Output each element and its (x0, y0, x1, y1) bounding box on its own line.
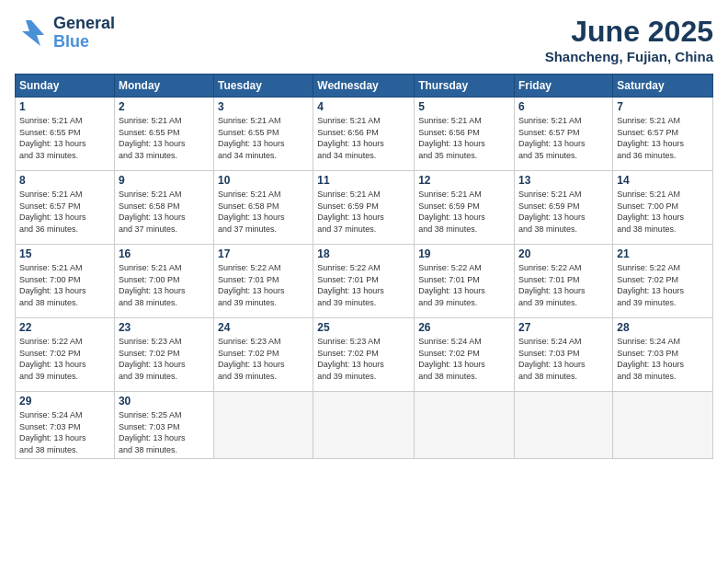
day-number: 26 (418, 321, 510, 334)
table-cell: 29Sunrise: 5:24 AMSunset: 7:03 PMDayligh… (16, 392, 115, 459)
day-number: 13 (518, 174, 609, 187)
table-cell: 23Sunrise: 5:23 AMSunset: 7:02 PMDayligh… (114, 318, 213, 392)
table-cell (415, 392, 515, 459)
table-cell: 9Sunrise: 5:21 AMSunset: 6:58 PMDaylight… (114, 171, 213, 245)
day-info: Sunrise: 5:21 AMSunset: 6:58 PMDaylight:… (119, 189, 210, 235)
day-number: 25 (317, 321, 410, 334)
day-number: 14 (617, 174, 709, 187)
header-friday: Friday (515, 75, 613, 98)
day-info: Sunrise: 5:24 AMSunset: 7:03 PMDaylight:… (19, 409, 110, 455)
day-number: 21 (617, 247, 709, 260)
day-info: Sunrise: 5:21 AMSunset: 6:57 PMDaylight:… (19, 189, 110, 235)
page: General Blue June 2025 Shancheng, Fujian… (0, 0, 728, 563)
table-cell: 11Sunrise: 5:21 AMSunset: 6:59 PMDayligh… (313, 171, 415, 245)
day-info: Sunrise: 5:21 AMSunset: 7:00 PMDaylight:… (19, 262, 110, 308)
calendar-row: 1Sunrise: 5:21 AMSunset: 6:55 PMDaylight… (16, 98, 713, 171)
header-saturday: Saturday (613, 75, 713, 98)
header-thursday: Thursday (415, 75, 515, 98)
day-info: Sunrise: 5:22 AMSunset: 7:01 PMDaylight:… (418, 262, 510, 308)
table-cell: 2Sunrise: 5:21 AMSunset: 6:55 PMDaylight… (114, 98, 213, 171)
table-cell (214, 392, 313, 459)
day-number: 28 (617, 321, 709, 334)
day-info: Sunrise: 5:22 AMSunset: 7:01 PMDaylight:… (218, 262, 309, 308)
day-number: 8 (19, 174, 110, 187)
day-info: Sunrise: 5:21 AMSunset: 7:00 PMDaylight:… (617, 189, 709, 235)
day-info: Sunrise: 5:22 AMSunset: 7:02 PMDaylight:… (617, 262, 709, 308)
day-info: Sunrise: 5:21 AMSunset: 6:58 PMDaylight:… (218, 189, 309, 235)
day-info: Sunrise: 5:21 AMSunset: 6:57 PMDaylight:… (617, 115, 709, 161)
day-info: Sunrise: 5:21 AMSunset: 7:00 PMDaylight:… (119, 262, 210, 308)
day-number: 3 (218, 100, 309, 113)
day-info: Sunrise: 5:22 AMSunset: 7:02 PMDaylight:… (19, 336, 110, 382)
day-number: 17 (218, 247, 309, 260)
day-number: 19 (418, 247, 510, 260)
day-number: 30 (119, 395, 210, 408)
table-cell: 28Sunrise: 5:24 AMSunset: 7:03 PMDayligh… (613, 318, 713, 392)
day-info: Sunrise: 5:21 AMSunset: 6:57 PMDaylight:… (518, 115, 609, 161)
day-info: Sunrise: 5:23 AMSunset: 7:02 PMDaylight:… (218, 336, 309, 382)
table-cell: 21Sunrise: 5:22 AMSunset: 7:02 PMDayligh… (613, 245, 713, 318)
header-sunday: Sunday (16, 75, 115, 98)
table-cell: 19Sunrise: 5:22 AMSunset: 7:01 PMDayligh… (415, 245, 515, 318)
day-info: Sunrise: 5:22 AMSunset: 7:01 PMDaylight:… (518, 262, 609, 308)
calendar-header-row: Sunday Monday Tuesday Wednesday Thursday… (16, 75, 713, 98)
table-cell: 17Sunrise: 5:22 AMSunset: 7:01 PMDayligh… (214, 245, 313, 318)
day-number: 7 (617, 100, 709, 113)
table-cell: 25Sunrise: 5:23 AMSunset: 7:02 PMDayligh… (313, 318, 415, 392)
day-number: 1 (19, 100, 110, 113)
month-title: June 2025 (545, 15, 713, 49)
logo: General Blue (15, 15, 115, 52)
day-number: 5 (418, 100, 510, 113)
logo-general: General (53, 15, 115, 33)
table-cell: 13Sunrise: 5:21 AMSunset: 6:59 PMDayligh… (515, 171, 613, 245)
header-tuesday: Tuesday (214, 75, 313, 98)
logo-icon (15, 17, 48, 50)
header: General Blue June 2025 Shancheng, Fujian… (15, 15, 713, 64)
table-cell: 3Sunrise: 5:21 AMSunset: 6:55 PMDaylight… (214, 98, 313, 171)
day-number: 10 (218, 174, 309, 187)
day-number: 24 (218, 321, 309, 334)
day-number: 27 (518, 321, 609, 334)
day-number: 12 (418, 174, 510, 187)
table-cell: 14Sunrise: 5:21 AMSunset: 7:00 PMDayligh… (613, 171, 713, 245)
logo-blue: Blue (53, 33, 115, 52)
day-number: 22 (19, 321, 110, 334)
day-info: Sunrise: 5:23 AMSunset: 7:02 PMDaylight:… (119, 336, 210, 382)
table-cell: 4Sunrise: 5:21 AMSunset: 6:56 PMDaylight… (313, 98, 415, 171)
calendar: Sunday Monday Tuesday Wednesday Thursday… (15, 74, 713, 459)
day-info: Sunrise: 5:21 AMSunset: 6:56 PMDaylight:… (317, 115, 410, 161)
table-cell: 26Sunrise: 5:24 AMSunset: 7:02 PMDayligh… (415, 318, 515, 392)
calendar-row: 29Sunrise: 5:24 AMSunset: 7:03 PMDayligh… (16, 392, 713, 459)
day-number: 9 (119, 174, 210, 187)
day-number: 6 (518, 100, 609, 113)
day-number: 16 (119, 247, 210, 260)
day-info: Sunrise: 5:25 AMSunset: 7:03 PMDaylight:… (119, 409, 210, 455)
table-cell: 5Sunrise: 5:21 AMSunset: 6:56 PMDaylight… (415, 98, 515, 171)
logo-text: General Blue (53, 15, 115, 52)
day-info: Sunrise: 5:21 AMSunset: 6:59 PMDaylight:… (518, 189, 609, 235)
day-info: Sunrise: 5:22 AMSunset: 7:01 PMDaylight:… (317, 262, 410, 308)
table-cell (613, 392, 713, 459)
location: Shancheng, Fujian, China (545, 49, 713, 64)
day-info: Sunrise: 5:24 AMSunset: 7:02 PMDaylight:… (418, 336, 510, 382)
table-cell: 7Sunrise: 5:21 AMSunset: 6:57 PMDaylight… (613, 98, 713, 171)
day-info: Sunrise: 5:21 AMSunset: 6:55 PMDaylight:… (19, 115, 110, 161)
table-cell (515, 392, 613, 459)
day-number: 4 (317, 100, 410, 113)
table-cell: 12Sunrise: 5:21 AMSunset: 6:59 PMDayligh… (415, 171, 515, 245)
day-number: 11 (317, 174, 410, 187)
table-cell: 1Sunrise: 5:21 AMSunset: 6:55 PMDaylight… (16, 98, 115, 171)
day-info: Sunrise: 5:21 AMSunset: 6:55 PMDaylight:… (119, 115, 210, 161)
title-block: June 2025 Shancheng, Fujian, China (545, 15, 713, 64)
table-cell: 16Sunrise: 5:21 AMSunset: 7:00 PMDayligh… (114, 245, 213, 318)
day-number: 20 (518, 247, 609, 260)
day-info: Sunrise: 5:21 AMSunset: 6:59 PMDaylight:… (418, 189, 510, 235)
table-cell: 18Sunrise: 5:22 AMSunset: 7:01 PMDayligh… (313, 245, 415, 318)
day-info: Sunrise: 5:24 AMSunset: 7:03 PMDaylight:… (518, 336, 609, 382)
table-cell (313, 392, 415, 459)
day-number: 18 (317, 247, 410, 260)
header-wednesday: Wednesday (313, 75, 415, 98)
table-cell: 6Sunrise: 5:21 AMSunset: 6:57 PMDaylight… (515, 98, 613, 171)
day-info: Sunrise: 5:23 AMSunset: 7:02 PMDaylight:… (317, 336, 410, 382)
day-info: Sunrise: 5:21 AMSunset: 6:59 PMDaylight:… (317, 189, 410, 235)
